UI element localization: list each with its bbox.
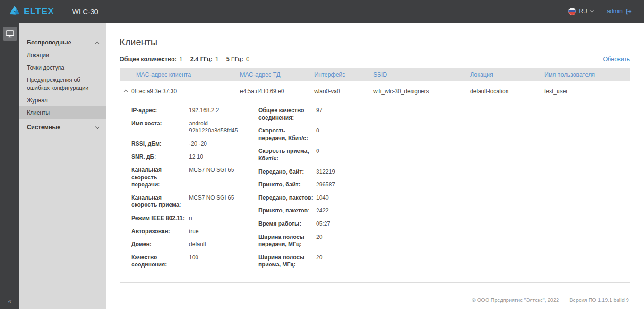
detail-row-tx-speed: Скорость передачи, Кбит/с: 0: [258, 127, 401, 142]
detail-value: 12 10: [189, 153, 245, 161]
detail-label: Канальная скорость приема:: [131, 194, 189, 209]
detail-label: Качество соединения:: [131, 254, 189, 269]
monitoring-nav-button[interactable]: [3, 27, 17, 41]
detail-row-link-quality: Качество соединения: 100: [131, 254, 245, 269]
detail-label: Принято, пакетов:: [258, 207, 316, 215]
detail-label: Передано, пакетов:: [258, 194, 316, 202]
detail-row-tx-bandwidth: Ширина полосы передачи, МГц: 20: [258, 234, 401, 248]
chevron-down-icon: [95, 124, 99, 128]
row-expand-cell[interactable]: [120, 88, 131, 95]
user-menu[interactable]: admin: [607, 8, 632, 15]
app-header: ELTEX WLC-30 RU admin: [0, 0, 644, 23]
logout-icon: [626, 9, 632, 15]
detail-row-overall-quality: Общее качество соединения: 97: [258, 107, 401, 122]
content-divider: [120, 282, 630, 283]
detail-label: RSSI, дБм:: [131, 141, 189, 148]
detail-label: SNR, дБ:: [131, 153, 189, 161]
detail-value: android-92b1220a8d58fd45: [189, 120, 245, 135]
username-label: admin: [607, 8, 623, 15]
page-footer: © ООО Предприятие "Элтекс", 2022 Версия …: [120, 297, 630, 309]
refresh-button[interactable]: Обновить: [603, 56, 630, 62]
total-count-value: 1: [180, 56, 183, 62]
eltex-logo-icon: [9, 5, 21, 18]
detail-label: Принято, байт:: [258, 181, 316, 189]
detail-row-tx-bytes: Передано, байт: 312219: [258, 168, 401, 176]
product-name: WLC-30: [72, 8, 98, 16]
username-cell: test_user: [544, 88, 630, 95]
column-header-ssid[interactable]: SSID: [373, 71, 470, 78]
language-selector[interactable]: RU: [568, 8, 593, 15]
eltex-logo[interactable]: ELTEX: [9, 5, 54, 18]
header-actions: RU admin: [568, 8, 632, 15]
detail-row-rx-bytes: Принято, байт: 296587: [258, 181, 401, 189]
column-header-interface[interactable]: Интерфейс: [314, 71, 373, 78]
chevron-up-icon: [95, 41, 99, 45]
summary-row: Общее количество: 1 2.4 ГГц: 1 5 ГГц: 0 …: [120, 56, 630, 62]
interface-cell: wlan0-va0: [314, 88, 373, 95]
firmware-version: Версия ПО 1.19.1 build 9: [569, 297, 629, 303]
band-24ghz-label: 2.4 ГГц:: [190, 56, 213, 62]
sidebar-item-locations[interactable]: Локации: [19, 49, 106, 62]
detail-label: Имя хоста:: [131, 120, 189, 128]
sidebar-item-log[interactable]: Журнал: [19, 94, 106, 106]
detail-label: Канальная скорость передачи:: [131, 167, 189, 189]
chevron-down-icon: [590, 9, 594, 12]
detail-row-rx-rate: Канальная скорость приема: MCS7 NO SGI 6…: [131, 194, 245, 209]
ap-mac-cell: e4:5a:d4:f0:69:e0: [240, 88, 314, 95]
detail-label: IP-адрес:: [131, 107, 189, 115]
detail-row-tx-packets: Передано, пакетов: 1040: [258, 194, 401, 202]
column-header-location[interactable]: Локация: [470, 71, 544, 78]
detail-value: MCS7 NO SGI 65: [189, 167, 245, 174]
sidebar-item-clients[interactable]: Клиенты: [19, 106, 106, 119]
band-5ghz-value: 0: [246, 56, 249, 62]
detail-row-rx-speed: Скорость приема, Кбит/с: 0: [258, 148, 401, 162]
detail-value: 296587: [316, 181, 401, 189]
column-header-ap-mac[interactable]: MAC-адрес ТД: [240, 71, 314, 78]
ssid-cell: wifi_wlc-30_designers: [373, 88, 470, 95]
detail-value: -20 -20: [189, 141, 245, 148]
main-content: Клиенты Общее количество: 1 2.4 ГГц: 1 5…: [106, 23, 644, 309]
detail-row-rx-packets: Принято, пакетов: 2422: [258, 207, 401, 215]
detail-value: 192.168.2.2: [189, 107, 245, 115]
sidebar-group-system[interactable]: Системные: [19, 121, 106, 134]
detail-row-uptime: Время работы: 05:27: [258, 221, 401, 228]
column-header-username[interactable]: Имя пользователя: [544, 71, 630, 78]
sidebar-item-access-points[interactable]: Точки доступа: [19, 62, 106, 74]
detail-label: Домен:: [131, 241, 189, 248]
detail-row-tx-rate: Канальная скорость передачи: MCS7 NO SGI…: [131, 167, 245, 189]
collapse-sidebar-button[interactable]: «: [0, 297, 19, 305]
location-cell: default-location: [470, 88, 544, 95]
nav-rail: «: [0, 23, 19, 309]
detail-value: 2422: [316, 207, 401, 215]
total-count-label: Общее количество:: [120, 56, 177, 62]
band-5ghz-label: 5 ГГц:: [226, 56, 243, 62]
detail-label: Скорость передачи, Кбит/с:: [258, 127, 316, 142]
detail-row-rx-bandwidth: Ширина полосы приема, МГц: 20: [258, 254, 401, 269]
detail-value: 97: [316, 107, 401, 115]
detail-row-snr: SNR, дБ: 12 10: [131, 153, 245, 161]
detail-label: Ширина полосы приема, МГц:: [258, 254, 316, 269]
sidebar-group-wireless[interactable]: Беспроводные: [19, 36, 106, 49]
language-label: RU: [579, 8, 587, 15]
monitor-icon: [6, 30, 14, 38]
client-table-row[interactable]: 08:ec:a9:3e:37:30 e4:5a:d4:f0:69:e0 wlan…: [120, 81, 630, 101]
detail-label: Ширина полосы передачи, МГц:: [258, 234, 316, 248]
sidebar-group-wireless-label: Беспроводные: [27, 39, 71, 46]
detail-value: 100: [189, 254, 245, 262]
column-header-client-mac[interactable]: MAC-адрес клиента: [131, 71, 240, 78]
detail-row-hostname: Имя хоста: android-92b1220a8d58fd45: [131, 120, 245, 135]
detail-label: Скорость приема, Кбит/с:: [258, 148, 316, 162]
detail-value: default: [189, 241, 245, 248]
detail-value: 1040: [316, 194, 401, 202]
band-24ghz-value: 1: [215, 56, 219, 62]
client-mac-cell: 08:ec:a9:3e:37:30: [131, 88, 240, 95]
detail-row-domain: Домен: default: [131, 241, 245, 248]
detail-value: 0: [316, 127, 401, 135]
copyright-text: © ООО Предприятие "Элтекс", 2022: [472, 297, 559, 303]
details-right-column: Общее качество соединения: 97 Скорость п…: [245, 107, 401, 274]
detail-label: Время работы:: [258, 221, 316, 228]
clients-summary: Общее количество: 1 2.4 ГГц: 1 5 ГГц: 0: [120, 56, 257, 62]
detail-row-ieee-mode: Режим IEEE 802.11: n: [131, 215, 245, 222]
sidebar-item-config-warnings[interactable]: Предупреждения об ошибках конфигурации: [19, 74, 106, 94]
brand-name: ELTEX: [24, 6, 54, 17]
